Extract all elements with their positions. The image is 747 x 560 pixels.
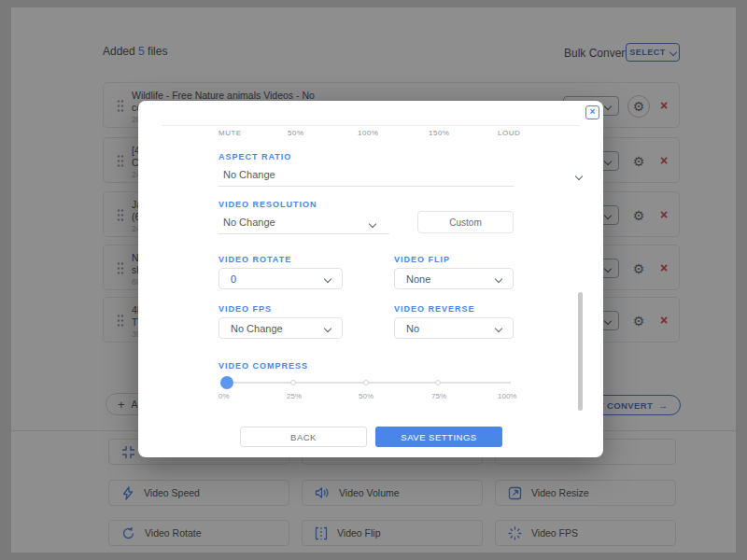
slider-tick [290,380,296,385]
video-fps-select[interactable]: No Change [218,317,343,339]
video-fps-label: VIDEO FPS [218,304,272,314]
save-settings-button[interactable]: SAVE SETTINGS [375,427,502,447]
volume-scale-label: 150% [429,129,449,137]
app-window: Added 5 files Bulk Convert SELECT Wildli… [0,0,747,560]
chevron-down-icon [324,325,331,332]
chevron-down-icon [369,220,376,228]
video-rotate-select[interactable]: 0 [218,268,343,289]
chevron-down-icon [575,173,583,180]
video-resolution-value: No Change [223,217,275,228]
video-compress-label: VIDEO COMPRESS [218,361,308,371]
video-flip-value: None [406,273,430,285]
slider-tick-label: 100% [498,392,516,400]
video-reverse-value: No [406,323,419,334]
slider-tick-label: 0% [218,392,230,400]
video-reverse-select[interactable]: No [394,317,514,339]
video-rotate-value: 0 [231,273,236,285]
volume-scale-label: LOUD [498,129,520,137]
volume-scale-label: MUTE [218,129,242,137]
modal-scrollbar[interactable] [578,292,583,411]
aspect-ratio-value: No Change [223,169,275,180]
video-flip-label: VIDEO FLIP [394,255,450,264]
slider-tick [435,380,441,385]
custom-resolution-button[interactable]: Custom [417,211,514,233]
video-fps-value: No Change [231,323,283,334]
video-rotate-label: VIDEO ROTATE [218,255,291,264]
chevron-down-icon [324,275,331,283]
aspect-ratio-select[interactable]: No Change [218,166,514,187]
slider-tick-label: 50% [359,392,374,400]
chevron-down-icon [495,275,502,283]
compress-slider-handle[interactable] [220,376,233,389]
slider-tick [363,380,369,385]
volume-scale-label: 50% [288,129,304,137]
aspect-ratio-label: ASPECT RATIO [218,152,291,161]
close-icon[interactable]: × [585,105,599,119]
video-resolution-select[interactable]: No Change [218,214,389,234]
chevron-down-icon [495,325,502,332]
slider-tick-label: 25% [287,392,302,400]
volume-scale-label: 100% [358,129,378,137]
volume-slider-track-clipped [162,125,580,126]
video-flip-select[interactable]: None [394,268,514,289]
video-reverse-label: VIDEO REVERSE [394,304,475,314]
video-settings-modal: × MUTE 50% 100% 150% LOUD ASPECT RATIO N… [138,101,603,457]
slider-tick-label: 75% [431,392,446,400]
back-button[interactable]: BACK [240,427,367,447]
video-resolution-label: VIDEO RESOLUTION [218,200,317,209]
